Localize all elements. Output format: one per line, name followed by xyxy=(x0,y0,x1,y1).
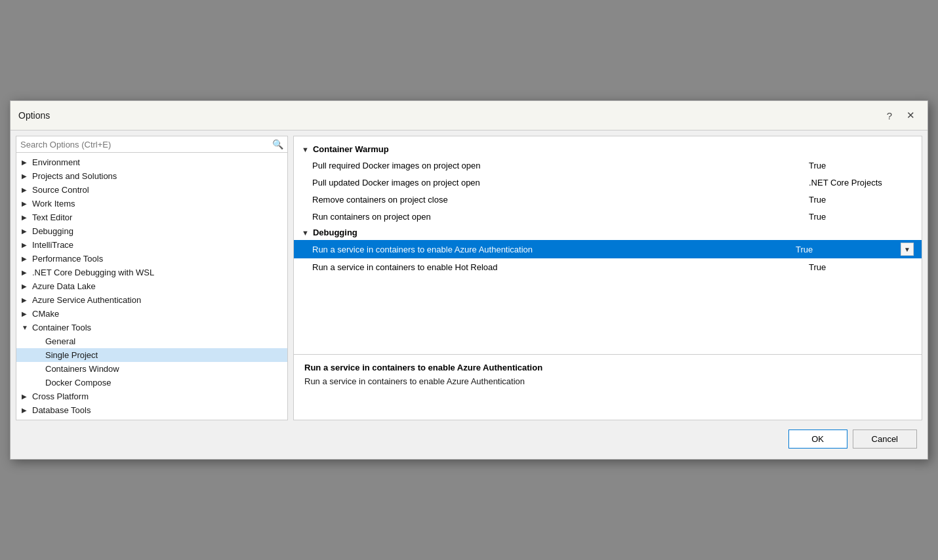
settings-row[interactable]: Remove containers on project closeTrue xyxy=(294,191,922,208)
tree-item-azure-service-auth[interactable]: Azure Service Authentication xyxy=(16,293,287,307)
arrow-environment xyxy=(22,159,30,166)
tree-item-projects-solutions[interactable]: Projects and Solutions xyxy=(16,169,287,183)
tree-label-azure-data-lake: Azure Data Lake xyxy=(32,281,96,291)
setting-value: True xyxy=(796,245,901,254)
tree-item-work-items[interactable]: Work Items xyxy=(16,197,287,210)
settings-row[interactable]: Run a service in containers to enable Az… xyxy=(294,240,922,258)
right-panel: Container WarmupPull required Docker ima… xyxy=(293,136,922,420)
tree-label-work-items: Work Items xyxy=(32,199,75,209)
description-title: Run a service in containers to enable Az… xyxy=(304,363,911,372)
arrow-work-items xyxy=(22,200,30,207)
settings-row[interactable]: Run containers on project openTrue xyxy=(294,208,922,225)
tree-label-projects-solutions: Projects and Solutions xyxy=(32,171,117,181)
settings-panel: Container WarmupPull required Docker ima… xyxy=(293,136,922,355)
tree-label-cmake: CMake xyxy=(32,309,59,319)
section-toggle-container-warmup[interactable] xyxy=(302,146,309,153)
dropdown-arrow[interactable]: ▼ xyxy=(901,243,914,256)
arrow-text-editor xyxy=(22,214,30,221)
setting-value: True xyxy=(809,161,914,170)
settings-row[interactable]: Run a service in containers to enable Ho… xyxy=(294,258,922,275)
title-bar-left: Options xyxy=(18,110,50,121)
tree-label-debugging: Debugging xyxy=(32,226,73,236)
setting-value: .NET Core Projects xyxy=(809,178,914,188)
tree-label-text-editor: Text Editor xyxy=(32,212,72,222)
tree-item-containers-window[interactable]: Containers Window xyxy=(16,362,287,376)
arrow-source-control xyxy=(22,186,30,193)
tree-label-performance-tools: Performance Tools xyxy=(32,254,103,264)
tree-item-single-project[interactable]: Single Project xyxy=(16,348,287,362)
description-panel: Run a service in containers to enable Az… xyxy=(293,355,922,420)
title-bar: Options ? ✕ xyxy=(10,101,928,130)
settings-row[interactable]: Pull required Docker images on project o… xyxy=(294,157,922,174)
tree-container: EnvironmentProjects and SolutionsSource … xyxy=(16,153,287,420)
tree-item-net-core-debugging[interactable]: .NET Core Debugging with WSL xyxy=(16,266,287,279)
tree-label-single-project: Single Project xyxy=(45,350,98,360)
section-title-debugging: Debugging xyxy=(313,228,357,237)
tree-label-intellitrace: IntelliTrace xyxy=(32,240,73,250)
arrow-container-tools xyxy=(22,324,30,331)
tree-label-general: General xyxy=(45,336,75,346)
settings-row[interactable]: Pull updated Docker images on project op… xyxy=(294,174,922,191)
section-header-container-warmup[interactable]: Container Warmup xyxy=(294,142,922,157)
tree-label-net-core-debugging: .NET Core Debugging with WSL xyxy=(32,268,154,277)
tree-item-docker-compose[interactable]: Docker Compose xyxy=(16,376,287,390)
tree-item-general[interactable]: General xyxy=(16,334,287,348)
tree-item-intellitrace[interactable]: IntelliTrace xyxy=(16,238,287,252)
tree-item-cmake[interactable]: CMake xyxy=(16,307,287,321)
arrow-azure-data-lake xyxy=(22,283,30,290)
arrow-intellitrace xyxy=(22,241,30,249)
title-bar-right: ? ✕ xyxy=(880,106,920,125)
help-button[interactable]: ? xyxy=(880,106,899,125)
arrow-cmake xyxy=(22,310,30,317)
tree-label-source-control: Source Control xyxy=(32,185,89,195)
arrow-projects-solutions xyxy=(22,172,30,180)
description-text: Run a service in containers to enable Az… xyxy=(304,376,911,386)
search-input[interactable] xyxy=(20,140,270,150)
tree-item-performance-tools[interactable]: Performance Tools xyxy=(16,252,287,266)
setting-name: Pull updated Docker images on project op… xyxy=(312,178,809,188)
dialog-body: 🔍 EnvironmentProjects and SolutionsSourc… xyxy=(10,130,928,459)
dialog-title: Options xyxy=(18,110,50,121)
setting-name: Run containers on project open xyxy=(312,212,809,222)
tree-label-container-tools: Container Tools xyxy=(32,323,91,332)
main-content: 🔍 EnvironmentProjects and SolutionsSourc… xyxy=(16,136,922,420)
ok-button[interactable]: OK xyxy=(788,430,847,449)
setting-name: Pull required Docker images on project o… xyxy=(312,161,809,170)
tree-label-azure-service-auth: Azure Service Authentication xyxy=(32,295,141,305)
tree-item-cross-platform[interactable]: Cross Platform xyxy=(16,390,287,403)
tree-item-source-control[interactable]: Source Control xyxy=(16,183,287,197)
section-header-debugging[interactable]: Debugging xyxy=(294,225,922,240)
tree-item-environment[interactable]: Environment xyxy=(16,155,287,169)
tree-label-docker-compose: Docker Compose xyxy=(45,378,111,388)
arrow-cross-platform xyxy=(22,393,30,400)
tree-item-debugging[interactable]: Debugging xyxy=(16,224,287,238)
arrow-performance-tools xyxy=(22,255,30,262)
cancel-button[interactable]: Cancel xyxy=(853,430,917,449)
setting-name: Run a service in containers to enable Ho… xyxy=(312,262,809,272)
left-panel: 🔍 EnvironmentProjects and SolutionsSourc… xyxy=(16,136,288,420)
footer: OK Cancel xyxy=(16,426,922,454)
tree-item-container-tools[interactable]: Container Tools xyxy=(16,321,287,334)
arrow-database-tools xyxy=(22,407,30,414)
tree-item-azure-data-lake[interactable]: Azure Data Lake xyxy=(16,279,287,293)
search-box: 🔍 xyxy=(16,136,287,153)
setting-value: True xyxy=(809,212,914,222)
tree-item-database-tools[interactable]: Database Tools xyxy=(16,403,287,417)
section-title-container-warmup: Container Warmup xyxy=(313,144,389,154)
options-dialog: Options ? ✕ 🔍 EnvironmentProjects and So… xyxy=(10,100,928,460)
tree-label-cross-platform: Cross Platform xyxy=(32,391,89,401)
close-button[interactable]: ✕ xyxy=(901,106,920,125)
arrow-azure-service-auth xyxy=(22,296,30,304)
search-icon: 🔍 xyxy=(272,139,283,150)
tree-label-environment: Environment xyxy=(32,157,80,167)
tree-item-text-editor[interactable]: Text Editor xyxy=(16,210,287,224)
section-toggle-debugging[interactable] xyxy=(302,229,309,237)
tree-label-database-tools: Database Tools xyxy=(32,405,91,415)
setting-value: True xyxy=(809,262,914,272)
setting-name: Run a service in containers to enable Az… xyxy=(312,245,796,254)
setting-name: Remove containers on project close xyxy=(312,195,809,205)
arrow-debugging xyxy=(22,228,30,235)
tree-label-containers-window: Containers Window xyxy=(45,364,119,374)
setting-value: True xyxy=(809,195,914,205)
arrow-net-core-debugging xyxy=(22,269,30,276)
